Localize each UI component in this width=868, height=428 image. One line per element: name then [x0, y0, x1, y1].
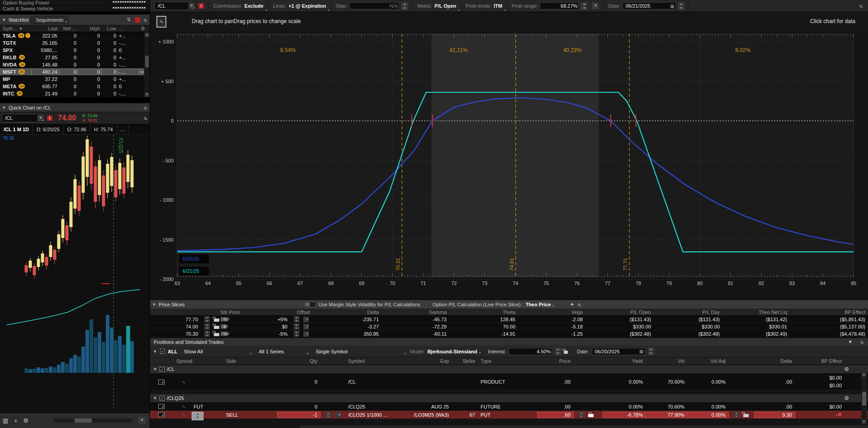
col-delta[interactable]: Delta	[313, 309, 382, 315]
all-checkbox[interactable]: ✓	[160, 349, 165, 354]
row-checkbox[interactable]: ✓	[158, 404, 165, 409]
spin-up-icon[interactable]: ▲	[648, 347, 654, 351]
commission-setting[interactable]: Commission: Exclude	[209, 0, 269, 12]
offset-value[interactable]: +5%	[243, 317, 290, 322]
scroll-down-icon[interactable]: ▼	[862, 419, 866, 424]
spin-up-icon[interactable]: ▲	[734, 412, 739, 414]
offset-stepper[interactable]: ▲▼	[291, 316, 302, 322]
col-delta[interactable]: Delta	[755, 358, 795, 364]
watchlist-tab-seguimiento[interactable]: Seguimiento	[31, 16, 68, 24]
col-bp-effect[interactable]: BP Effect	[795, 358, 844, 364]
gear-icon[interactable]: ⚙	[23, 417, 28, 424]
spin-down-icon[interactable]: ▼	[678, 6, 684, 10]
spin-up-icon[interactable]: ▲	[579, 412, 584, 414]
unlock-icon[interactable]	[564, 351, 568, 354]
position-group-header[interactable]: ▼✓/CLQ25⚙	[150, 394, 868, 403]
col-last[interactable]: Last	[32, 26, 59, 31]
col-gamma[interactable]: Gamma	[382, 309, 449, 315]
step-stepper[interactable]: ▲▼	[401, 2, 408, 10]
price-stepper[interactable]: ▲▼	[576, 412, 587, 418]
col-strike[interactable]: Strike	[452, 358, 478, 364]
symbol-input[interactable]: /CL ▼	[155, 2, 196, 10]
margin-volatility-checkbox[interactable]	[304, 302, 316, 307]
calendar-icon[interactable]: ▦	[670, 4, 674, 9]
spin-down-icon[interactable]: ▼	[204, 319, 210, 322]
vol-adj-cell[interactable]: 0.00%	[687, 379, 728, 385]
filter-show-all[interactable]: Show All	[180, 348, 252, 355]
offset-value[interactable]: $0	[243, 324, 290, 329]
spin-down-icon[interactable]: ▼	[734, 415, 739, 418]
price-cell[interactable]: .00	[538, 404, 573, 409]
model-value[interactable]: Bjerksund-Stensland	[427, 349, 481, 354]
offset-value[interactable]: -5%	[243, 331, 290, 337]
lock-icon[interactable]	[588, 414, 594, 417]
vol-adj-cell[interactable]: 0.00%	[687, 412, 728, 418]
col-pl-day[interactable]: P/L Day	[654, 309, 722, 315]
price-cell[interactable]: .00	[538, 379, 573, 385]
scroll-up-icon[interactable]: ▲	[145, 33, 149, 37]
row-checkbox[interactable]: ✓	[158, 380, 165, 385]
price-stepper[interactable]: ▲▼	[202, 323, 212, 329]
chevron-down-icon[interactable]: ▼	[303, 324, 309, 329]
alert-badge[interactable]	[135, 17, 140, 23]
col-price[interactable]: Price	[538, 358, 573, 364]
spin-down-icon[interactable]: ▼	[579, 415, 584, 418]
col-high[interactable]: High	[78, 26, 101, 31]
lines-setting[interactable]: Lines: +1 @ Expiration	[269, 0, 331, 12]
spin-up-icon[interactable]: ▲	[204, 323, 210, 326]
horizontal-scrollbar[interactable]	[54, 418, 132, 423]
col-theo-net-liq[interactable]: Theo Net Liq	[722, 309, 790, 315]
stk-price-value[interactable]: 77.70	[150, 317, 201, 322]
prob-range-stepper[interactable]: ▲▼	[581, 2, 587, 10]
col-low[interactable]: Low	[101, 26, 118, 31]
chart-type-icon[interactable]: ▥	[3, 417, 8, 424]
col-offset[interactable]: Offset	[243, 309, 313, 315]
chevron-down-icon[interactable]: ▼	[189, 3, 195, 9]
spin-down-icon[interactable]: ▼	[294, 319, 299, 322]
scrollbar-thumb[interactable]	[75, 418, 92, 423]
watchlist-row[interactable]: META24695.770000	[0, 83, 150, 90]
col-symbol[interactable]: Sym... ▾	[0, 26, 32, 32]
alert-badge[interactable]: !	[198, 3, 204, 9]
qty-stepper[interactable]: ▲▼	[323, 412, 334, 418]
spin-up-icon[interactable]: ▲	[401, 2, 408, 6]
dollar-tag[interactable]: $	[221, 324, 228, 329]
step-input[interactable]: N/A	[349, 2, 399, 10]
strike-cell[interactable]: 67	[452, 412, 478, 418]
price-stepper[interactable]: ▲▼	[202, 316, 212, 322]
percent-tag[interactable]: %	[221, 317, 230, 322]
col-qty[interactable]: Qty	[278, 358, 320, 364]
spin-up-icon[interactable]: ▲	[326, 412, 331, 414]
watchlist-row[interactable]: TSLA24!322.05000+...	[0, 32, 150, 39]
stk-price-value[interactable]: 70.30	[150, 331, 201, 337]
close-row-icon[interactable]: ✕	[838, 412, 842, 417]
spin-down-icon[interactable]: ▼	[401, 6, 408, 10]
watchlist-row[interactable]: TGTX35.165000-....	[0, 39, 150, 47]
col-theta[interactable]: Theta	[449, 309, 518, 315]
spin-down-icon[interactable]: ▼	[555, 352, 561, 355]
chevron-down-icon[interactable]: ▼	[303, 317, 309, 322]
stk-price-value[interactable]: 74.00	[150, 324, 201, 329]
col-vol-adj[interactable]: Vol Adj	[687, 358, 728, 364]
chevron-down-icon[interactable]: ▼	[2, 105, 6, 110]
opl-calc-value[interactable]: Theo Price	[525, 302, 554, 307]
spin-down-icon[interactable]: ▼	[581, 6, 587, 10]
spin-up-icon[interactable]: ▲	[204, 331, 210, 333]
mini-candlestick-chart[interactable]: 78.38 /CLQ25	[0, 135, 150, 413]
scrollbar-thumb[interactable]	[145, 56, 149, 67]
position-row[interactable]: ✓∿0/CLPRODUCT.000.00%70.60%0.00%.00$0.00…	[150, 374, 868, 390]
spin-up-icon[interactable]: ▲	[581, 2, 587, 6]
col-extra[interactable]: ...	[118, 26, 139, 31]
watchlist-row[interactable]: NVDA24145.48000-....	[0, 61, 150, 68]
chevron-down-icon[interactable]: ▼	[335, 412, 341, 418]
spin-down-icon[interactable]: ▼	[193, 416, 202, 419]
col-yield[interactable]: Yield	[603, 358, 646, 364]
spin-up-icon[interactable]: ▲	[294, 331, 299, 333]
menu-icon[interactable]: ≡	[859, 339, 864, 345]
vol-adj-cell[interactable]: 0.00%	[687, 404, 728, 409]
chart-mode-icon[interactable]: ∿	[156, 16, 166, 28]
prob-range-input[interactable]: 68.27%	[540, 2, 579, 10]
chevron-down-icon[interactable]: ▼	[2, 18, 6, 22]
gear-icon[interactable]: ⚙	[844, 366, 849, 372]
updown-arrows-icon[interactable]: ⇅	[125, 17, 132, 23]
